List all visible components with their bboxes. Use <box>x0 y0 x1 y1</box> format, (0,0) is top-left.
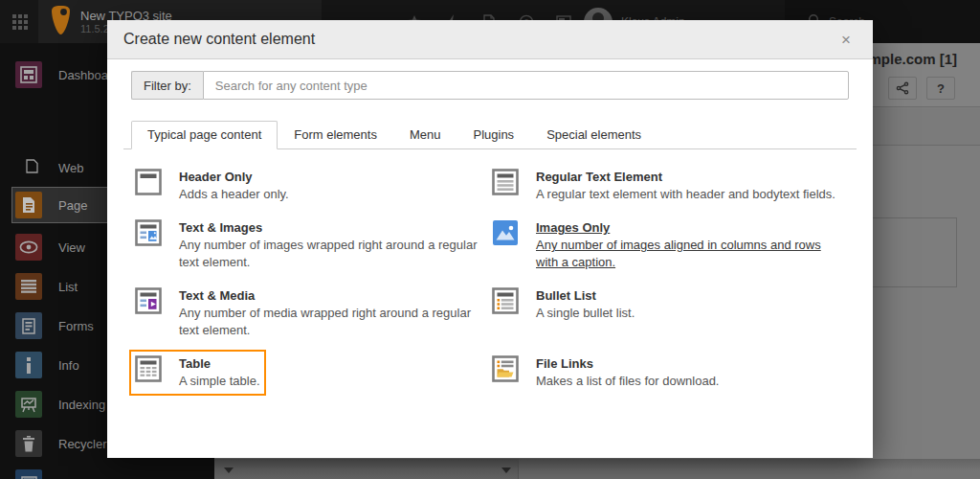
modal-title: Create new content element <box>123 31 835 48</box>
text-images-icon <box>135 219 162 246</box>
content-type-search-input[interactable] <box>203 71 849 100</box>
content-element-text-images[interactable]: Text & Images Any number of images wrapp… <box>135 219 489 271</box>
text-media-icon <box>135 287 162 314</box>
bottom-bar-right <box>519 459 980 479</box>
content-element-title: Regular Text Element <box>536 169 835 186</box>
content-element-file-links[interactable]: File Links Makes a list of files for dow… <box>492 355 719 390</box>
content-element-description: Any number of images wrapped right aroun… <box>179 237 489 271</box>
help-button[interactable]: ? <box>926 77 955 100</box>
content-element-header-only[interactable]: Header Only Adds a header only. <box>135 169 289 203</box>
content-element-table[interactable]: Table A simple table. <box>135 355 260 390</box>
modules-grid-icon[interactable] <box>10 11 31 33</box>
bullet-list-icon <box>492 287 519 314</box>
content-element-title: Header Only <box>179 169 289 186</box>
content-element-title: Images Only <box>536 219 846 237</box>
sidebar-item-label: Info <box>58 358 79 373</box>
chevron-down-icon[interactable] <box>224 468 234 473</box>
typo3-backend: example.com [1] ? <box>0 0 980 479</box>
sidebar-item-label: View <box>58 240 85 255</box>
info-module-icon <box>15 352 42 378</box>
modal-tabs: Typical page content Form elements Menu … <box>123 121 857 149</box>
sidebar-item-label: Template <box>58 476 109 479</box>
content-element-regular-text[interactable]: Regular Text Element A regular text elem… <box>492 169 835 203</box>
close-icon[interactable]: × <box>835 30 857 50</box>
filter-group: Filter by: <box>131 71 849 100</box>
chevron-down-icon[interactable] <box>501 468 511 473</box>
content-element-title: File Links <box>536 355 719 373</box>
tab-menu[interactable]: Menu <box>393 121 457 149</box>
file-links-icon <box>492 355 519 382</box>
tab-form-elements[interactable]: Form elements <box>278 121 393 149</box>
sidebar-item-label: Indexing <box>58 398 105 412</box>
tab-special-elements[interactable]: Special elements <box>530 121 657 149</box>
recycler-trash-icon <box>15 430 42 457</box>
modal-header: Create new content element × <box>107 20 873 59</box>
template-module-icon <box>15 469 42 479</box>
typo3-logo-icon <box>51 5 71 39</box>
content-element-description: A regular text element with header and b… <box>536 186 835 203</box>
content-element-text-media[interactable]: Text & Media Any number of media wrapped… <box>135 287 489 339</box>
table-icon <box>135 355 162 382</box>
content-element-description: Makes a list of files for download. <box>536 373 719 390</box>
content-element-description: A single bullet list. <box>536 305 635 322</box>
content-element-grid: Header Only Adds a header only. Regular … <box>131 149 849 390</box>
content-element-title: Text & Media <box>179 287 489 305</box>
tab-plugins[interactable]: Plugins <box>457 121 530 149</box>
list-module-icon <box>15 273 42 300</box>
sidebar-item-template[interactable]: Template <box>0 463 214 479</box>
regular-text-icon <box>492 169 519 195</box>
view-module-icon <box>15 234 42 261</box>
images-only-icon <box>492 219 519 246</box>
content-element-description: Any number of media wrapped right around… <box>179 305 489 339</box>
page-module-icon <box>15 192 42 218</box>
content-element-title: Text & Images <box>179 219 489 237</box>
forms-module-icon <box>15 312 42 339</box>
content-element-images-only[interactable]: Images Only Any number of images aligned… <box>492 219 846 271</box>
dashboard-icon <box>15 61 42 88</box>
sidebar-item-label: Recycler <box>58 437 107 451</box>
content-element-description: Adds a header only. <box>179 186 289 203</box>
content-element-bullet-list[interactable]: Bullet List A single bullet list. <box>492 287 635 322</box>
sidebar-item-label: Page <box>58 198 87 213</box>
web-section-icon <box>26 159 38 177</box>
sidebar-item-label: Forms <box>58 319 94 333</box>
content-element-description: Any number of images aligned in columns … <box>536 237 846 271</box>
share-button[interactable] <box>888 77 917 100</box>
header-only-icon <box>135 169 162 195</box>
tab-typical-page-content[interactable]: Typical page content <box>131 121 278 149</box>
content-element-title: Table <box>179 355 260 373</box>
share-icon <box>896 81 909 95</box>
content-element-description: A simple table. <box>179 373 260 390</box>
sidebar-section-label: Web <box>58 161 84 175</box>
docheader-buttons: ? <box>888 77 955 100</box>
bottom-dropdown-bar <box>214 459 980 479</box>
content-element-title: Bullet List <box>536 287 635 305</box>
sidebar-item-label: List <box>58 280 78 294</box>
indexing-module-icon <box>15 391 42 418</box>
filter-by-label: Filter by: <box>131 71 203 100</box>
create-content-element-modal: Create new content element × Filter by: … <box>107 20 873 458</box>
